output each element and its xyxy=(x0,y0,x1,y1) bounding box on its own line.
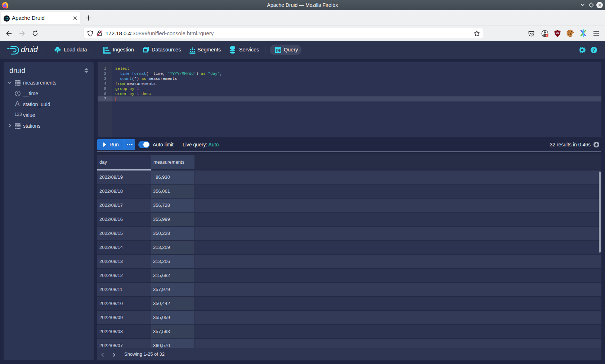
svg-text:uO: uO xyxy=(556,32,559,34)
svg-text:?: ? xyxy=(592,48,595,53)
